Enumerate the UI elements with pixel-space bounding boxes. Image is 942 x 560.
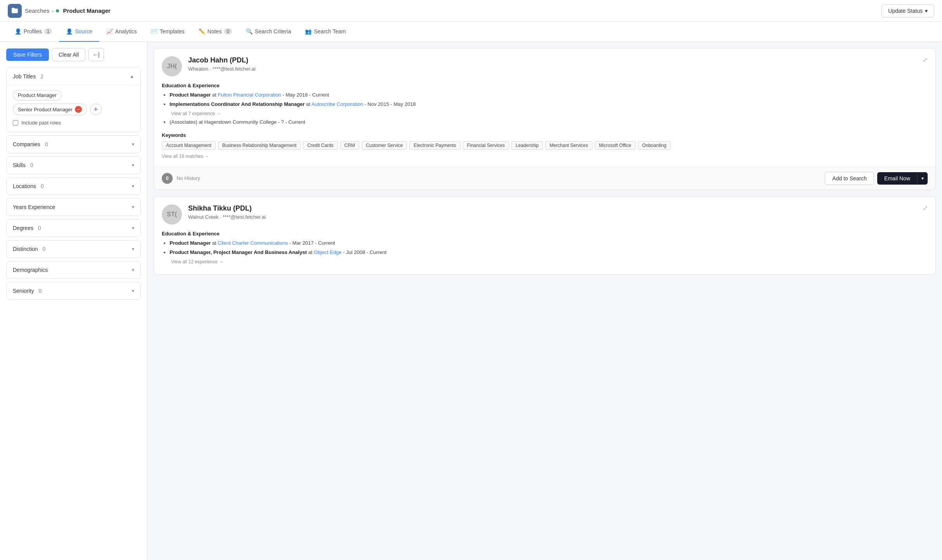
filter-section-years-experience: Years Experience ▾ <box>6 198 141 216</box>
clear-all-button[interactable]: Clear All <box>52 48 85 61</box>
filter-header-seniority[interactable]: Seniority 0 ▾ <box>7 282 140 299</box>
breadcrumb-current: Product Manager <box>63 7 111 14</box>
view-all-experience-link[interactable]: View all 12 experience → <box>171 259 223 264</box>
status-dot <box>56 9 59 12</box>
filter-count-seniority: 0 <box>38 288 42 294</box>
content-area: JH( Jacob Hahn (PDL) Wheaton · ****@test… <box>147 42 942 560</box>
tab-source[interactable]: 👤 Source <box>59 22 99 42</box>
tab-notes[interactable]: ✏️ Notes 0 <box>192 22 239 42</box>
email-now-button[interactable]: Email Now <box>877 172 917 185</box>
tab-profiles[interactable]: 👤 Profiles 1 <box>8 22 59 42</box>
add-to-search-button[interactable]: Add to Search <box>825 172 874 185</box>
add-tag-button[interactable]: + <box>90 104 102 115</box>
filter-section-degrees: Degrees 0 ▾ <box>6 219 141 237</box>
keywords-label: Keywords <box>162 132 928 138</box>
filter-label-skills: Skills <box>13 162 26 168</box>
tab-source-label: Source <box>75 28 92 35</box>
top-bar-left: Searches › Product Manager <box>8 4 111 18</box>
chevron-up-icon: ▲ <box>130 74 134 79</box>
filter-body-job-titles: Product Manager Senior Product Manager −… <box>7 85 140 132</box>
keyword-tag: CRM <box>340 141 359 150</box>
profiles-badge: 1 <box>44 28 52 35</box>
notes-icon: ✏️ <box>199 28 205 35</box>
search-team-icon: 👥 <box>305 28 312 35</box>
profiles-icon: 👤 <box>15 28 21 35</box>
experience-item: Product Manager at Client Charter Commun… <box>170 240 928 247</box>
update-status-button[interactable]: Update Status ▾ <box>881 4 934 17</box>
tab-search-team-label: Search Team <box>314 28 346 35</box>
tag-senior-product-manager: Senior Product Manager − <box>13 104 87 115</box>
chevron-down-icon: ▾ <box>132 142 134 147</box>
nav-tabs: 👤 Profiles 1 👤 Source 📈 Analytics ✉️ Tem… <box>0 22 942 42</box>
chevron-down-icon: ▾ <box>132 288 134 294</box>
experience-list-shikha-tikku: Product Manager at Client Charter Commun… <box>162 240 928 256</box>
filter-header-years-experience[interactable]: Years Experience ▾ <box>7 199 140 216</box>
company-link[interactable]: Fulton Financial Corporation <box>218 92 281 98</box>
top-bar: Searches › Product Manager Update Status… <box>0 0 942 22</box>
keyword-tag: Onboarding <box>638 141 671 150</box>
company-link[interactable]: Autoscribe Corporation <box>312 101 363 107</box>
email-now-dropdown-button[interactable]: ▾ <box>917 172 928 185</box>
profile-location-jacob-hahn: Wheaton · ****@test.fetcher.ai <box>188 66 928 72</box>
chevron-down-icon: ▾ <box>132 162 134 168</box>
keyword-tag: Business Relationship Management <box>218 141 301 150</box>
filter-section-distinction: Distinction 0 ▾ <box>6 240 141 258</box>
filter-section-job-titles: Job Titles 2 ▲ Product Manager Senior Pr… <box>6 67 141 132</box>
filter-header-skills[interactable]: Skills 0 ▾ <box>7 157 140 174</box>
history-badge: 0 <box>162 173 173 184</box>
filter-label-years-experience: Years Experience <box>13 204 55 210</box>
expand-profile-button[interactable]: ⤢ <box>923 204 928 212</box>
tab-analytics-label: Analytics <box>115 28 137 35</box>
tab-templates[interactable]: ✉️ Templates <box>144 22 192 42</box>
keyword-list-jacob-hahn: Account Management Business Relationship… <box>162 141 928 150</box>
email-now-group: Email Now ▾ <box>877 172 928 185</box>
tag-product-manager: Product Manager <box>13 90 62 100</box>
notes-badge: 0 <box>224 28 232 35</box>
filter-count-distinction: 0 <box>43 246 46 252</box>
collapse-sidebar-button[interactable]: ←| <box>88 48 104 61</box>
save-filters-button[interactable]: Save Filters <box>6 48 49 61</box>
company-link[interactable]: Object Edge <box>314 249 342 255</box>
filter-count-degrees: 0 <box>38 225 41 231</box>
source-icon: 👤 <box>66 28 73 35</box>
chevron-down-icon: ▾ <box>132 225 134 231</box>
filter-header-companies[interactable]: Companies 0 ▾ <box>7 136 140 153</box>
profile-name-jacob-hahn: Jacob Hahn (PDL) <box>188 56 928 64</box>
tab-search-criteria[interactable]: 🔍 Search Criteria <box>239 22 298 42</box>
tag-label: Senior Product Manager <box>18 107 73 112</box>
tab-search-team[interactable]: 👥 Search Team <box>298 22 353 42</box>
education-experience-label: Education & Experience <box>162 231 928 237</box>
view-all-experience-link[interactable]: View all 7 experience → <box>171 111 221 116</box>
search-criteria-icon: 🔍 <box>246 28 253 35</box>
education-experience-label: Education & Experience <box>162 83 928 88</box>
filter-section-seniority: Seniority 0 ▾ <box>6 282 141 300</box>
chevron-down-icon: ▾ <box>132 183 134 189</box>
filter-section-skills: Skills 0 ▾ <box>6 156 141 174</box>
analytics-icon: 📈 <box>106 28 113 35</box>
include-past-roles-text: Include past roles <box>21 120 61 126</box>
breadcrumb-parent[interactable]: Searches <box>25 7 49 14</box>
filter-header-demographics[interactable]: Demographics ▾ <box>7 261 140 278</box>
filter-header-job-titles[interactable]: Job Titles 2 ▲ <box>7 68 140 85</box>
filter-header-degrees[interactable]: Degrees 0 ▾ <box>7 220 140 237</box>
sidebar-actions: Save Filters Clear All ←| <box>6 48 141 61</box>
keyword-tag: Credit Cards <box>303 141 338 150</box>
expand-profile-button[interactable]: ⤢ <box>923 56 928 64</box>
remove-tag-button[interactable]: − <box>75 106 82 113</box>
filter-label-job-titles: Job Titles <box>13 73 36 80</box>
view-all-matches-link[interactable]: View all 16 matches → <box>162 154 209 159</box>
filter-section-demographics: Demographics ▾ <box>6 261 141 279</box>
tab-notes-label: Notes <box>208 28 222 35</box>
breadcrumb: Searches › Product Manager <box>25 7 111 14</box>
chevron-down-icon: ▾ <box>132 204 134 210</box>
tab-analytics[interactable]: 📈 Analytics <box>99 22 144 42</box>
experience-list-jacob-hahn: Product Manager at Fulton Financial Corp… <box>162 92 928 108</box>
include-past-roles-checkbox[interactable] <box>13 120 18 126</box>
chevron-down-icon: ▾ <box>132 246 134 252</box>
company-link[interactable]: Client Charter Communications <box>218 240 288 246</box>
experience-item: Implementations Coordinator And Relation… <box>170 101 928 108</box>
filter-header-locations[interactable]: Locations 0 ▾ <box>7 178 140 195</box>
filter-header-distinction[interactable]: Distinction 0 ▾ <box>7 240 140 258</box>
keyword-tag: Electronic Payments <box>409 141 460 150</box>
include-past-roles-label[interactable]: Include past roles <box>13 120 134 126</box>
